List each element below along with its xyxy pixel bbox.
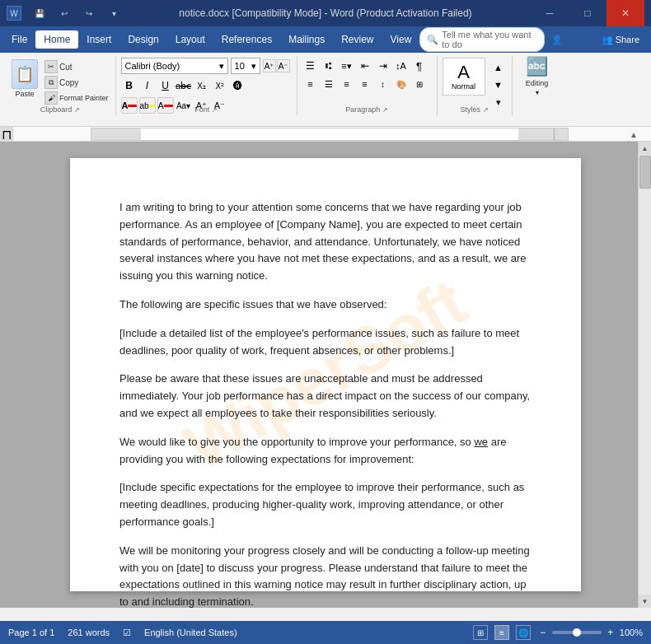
menu-layout[interactable]: Layout <box>167 30 213 49</box>
justify-button[interactable]: ≡ <box>357 76 373 92</box>
scroll-thumb[interactable] <box>639 156 651 189</box>
zoom-out-button[interactable]: − <box>537 627 549 638</box>
paragraph-group-content: ☰ ⑆ ≡▾ ⇤ ⇥ ↕A ¶ ≡ ☰ ≡ ≡ ↕ 🎨 ⊞ <box>302 58 428 92</box>
zoom-track[interactable] <box>552 631 602 634</box>
redo-button[interactable]: ↪ <box>82 7 96 19</box>
styles-group-label: Styles ↗ <box>438 105 512 114</box>
web-layout-view-button[interactable]: 🌐 <box>516 625 531 640</box>
format-painter-icon: 🖌 <box>44 91 58 105</box>
strikethrough-button[interactable]: ab̶c̶ <box>176 77 192 94</box>
cut-button[interactable]: ✂ Cut <box>43 59 110 74</box>
decrease-font-button[interactable]: A⁻ <box>277 59 290 72</box>
font-name-dropdown-icon: ▾ <box>219 61 224 72</box>
clipboard-expand-icon[interactable]: ↗ <box>74 106 80 114</box>
document-page[interactable]: WiperSoft I am writing to bring to your … <box>70 158 581 591</box>
menu-insert[interactable]: Insert <box>78 30 119 49</box>
ruler-corner[interactable]: ⊓ <box>0 127 13 142</box>
menu-mailings[interactable]: Mailings <box>280 30 333 49</box>
line-spacing-button[interactable]: ↕ <box>375 76 391 92</box>
paragraph-row2: ≡ ☰ ≡ ≡ ↕ 🎨 ⊞ <box>302 76 428 92</box>
superscript-button[interactable]: X² <box>212 77 228 94</box>
paragraph-2: The following are specific issues that w… <box>119 296 532 314</box>
status-bar-right: ⊞ ≡ 🌐 − + 100% <box>473 625 643 640</box>
document-area: WiperSoft I am writing to bring to your … <box>0 142 651 608</box>
bold-button[interactable]: B <box>121 77 138 94</box>
shading-button[interactable]: 🎨 <box>393 76 410 92</box>
numbering-button[interactable]: ⑆ <box>321 58 337 74</box>
paragraph-1: I am writing to bring to your attention … <box>119 199 532 285</box>
minimize-button[interactable]: ─ <box>531 0 569 26</box>
decrease-indent-button[interactable]: ⇤ <box>357 58 373 74</box>
paragraph-row1: ☰ ⑆ ≡▾ ⇤ ⇥ ↕A ¶ <box>302 58 428 74</box>
menu-view[interactable]: View <box>382 30 420 49</box>
clipboard-group: 📋 Paste ✂ Cut ⧉ Copy 🖌 Format Painter Cl <box>5 56 116 115</box>
copy-label: Copy <box>59 78 78 87</box>
paragraph-7: We will be monitoring your progress clos… <box>119 543 532 608</box>
font-expand-icon[interactable]: ↗ <box>212 106 218 114</box>
normal-style-label: Normal <box>452 82 475 91</box>
sign-in-button[interactable]: 👤 Sign in <box>551 30 587 49</box>
paragraph-expand-icon[interactable]: ↗ <box>382 106 388 114</box>
paragraph-6: [Include specific expectations for the e… <box>119 479 532 530</box>
menu-design[interactable]: Design <box>119 30 166 49</box>
align-left-button[interactable]: ≡ <box>302 76 319 92</box>
clear-formatting-button[interactable]: 🅐 <box>230 77 246 94</box>
print-layout-view-button[interactable]: ⊞ <box>473 625 488 640</box>
increase-indent-button[interactable]: ⇥ <box>375 58 391 74</box>
clipboard-sub: ✂ Cut ⧉ Copy 🖌 Format Painter <box>43 59 110 105</box>
font-group: Calibri (Body) ▾ 10 ▾ A⁺ A⁻ B I U <box>116 56 297 115</box>
subscript-button[interactable]: X₂ <box>194 77 210 94</box>
styles-group: A Normal ▲ ▼ ▾ Styles ↗ <box>438 56 513 115</box>
font-group-label: Font ↗ <box>116 105 297 114</box>
styles-down-button[interactable]: ▼ <box>490 77 507 93</box>
tell-me-input[interactable]: 🔍 Tell me what you want to do <box>419 27 544 52</box>
save-titlebar-button[interactable]: 💾 <box>33 7 46 19</box>
scroll-down-button[interactable]: ▼ <box>639 595 652 608</box>
editing-button[interactable]: 🔤 Editing ▾ <box>519 58 555 94</box>
underline-button[interactable]: U <box>157 77 174 94</box>
share-button[interactable]: 👥 Share <box>593 32 648 48</box>
menu-review[interactable]: Review <box>333 30 382 49</box>
cut-icon: ✂ <box>44 60 58 73</box>
undo-button[interactable]: ↩ <box>58 7 71 19</box>
qat-dropdown[interactable]: ▾ <box>107 7 120 19</box>
ruler: ⊓ ▲ <box>0 127 651 142</box>
editing-icon: 🔤 <box>526 56 548 77</box>
italic-button[interactable]: I <box>139 77 156 94</box>
zoom-in-button[interactable]: + <box>605 627 616 638</box>
align-right-button[interactable]: ≡ <box>339 76 355 92</box>
status-bar: Page 1 of 1 261 words ☑ English (United … <box>0 621 651 644</box>
styles-expand-icon[interactable]: ↗ <box>483 106 489 114</box>
show-formatting-button[interactable]: ¶ <box>411 58 428 74</box>
multilevel-button[interactable]: ≡▾ <box>339 58 355 74</box>
font-size-selector[interactable]: 10 ▾ <box>231 58 260 74</box>
close-button[interactable]: ✕ <box>607 0 644 26</box>
sort-button[interactable]: ↕A <box>393 58 410 74</box>
styles-up-button[interactable]: ▲ <box>490 59 507 76</box>
zoom-controls: − + 100% <box>537 627 643 638</box>
vertical-scrollbar[interactable]: ▲ ▼ <box>638 142 651 608</box>
normal-style-button[interactable]: A Normal <box>443 58 485 96</box>
ruler-left-margin <box>91 128 141 140</box>
maximize-button[interactable]: □ <box>569 0 607 26</box>
menu-home[interactable]: Home <box>35 30 78 49</box>
tell-me-text: Tell me what you want to do <box>442 30 536 49</box>
ribbon-collapse-button[interactable]: ▲ <box>630 127 638 142</box>
borders-button[interactable]: ⊞ <box>411 76 428 92</box>
menu-references[interactable]: References <box>213 30 280 49</box>
proofing-icon: ☑ <box>123 628 131 638</box>
scroll-up-button[interactable]: ▲ <box>639 142 652 155</box>
paste-button[interactable]: 📋 Paste <box>8 58 41 100</box>
bullets-button[interactable]: ☰ <box>302 58 319 74</box>
copy-button[interactable]: ⧉ Copy <box>43 75 110 90</box>
align-center-button[interactable]: ☰ <box>321 76 337 92</box>
font-name-selector[interactable]: Calibri (Body) ▾ <box>121 58 228 74</box>
font-size-controls: A⁺ A⁻ <box>263 59 290 72</box>
zoom-thumb[interactable] <box>573 628 581 637</box>
read-mode-view-button[interactable]: ≡ <box>494 625 509 640</box>
menu-bar: File Home Insert Design Layout Reference… <box>0 26 651 53</box>
clipboard-label: Clipboard ↗ <box>5 105 115 114</box>
menu-file[interactable]: File <box>3 30 35 49</box>
format-painter-button[interactable]: 🖌 Format Painter <box>43 91 110 105</box>
increase-font-button[interactable]: A⁺ <box>263 59 276 72</box>
